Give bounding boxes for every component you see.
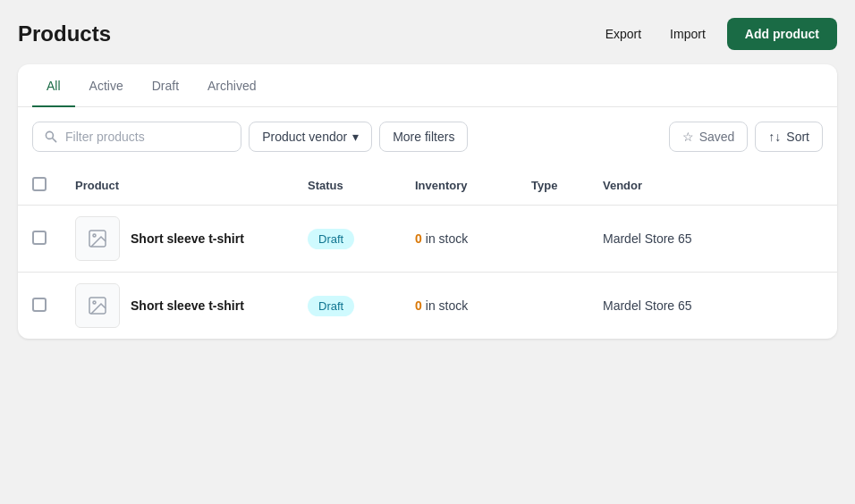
inventory-count: 0 [415,298,422,313]
toolbar: Product vendor ▾ More filters ☆ Saved ↑↓… [18,107,837,166]
vendor-name: Mardel Store 65 [603,298,692,313]
table-body: Short sleeve t-shirt Draft 0 in stock Ma… [18,206,837,340]
image-placeholder-icon [87,295,108,316]
import-button[interactable]: Import [663,23,713,45]
products-table-container: Product Status Inventory Type Vendor [18,166,837,339]
products-table: Product Status Inventory Type Vendor [18,166,837,339]
page-title: Products [18,21,111,46]
inventory-cell: 0 in stock [415,298,503,313]
svg-point-1 [93,234,96,237]
tab-draft[interactable]: Draft [138,64,193,107]
row-checkbox-cell [18,273,61,340]
search-icon [44,130,58,144]
more-filters-button[interactable]: More filters [379,122,468,152]
products-card: All Active Draft Archived Product vendor… [18,64,837,339]
col-header-status: Status [293,166,401,206]
sort-button[interactable]: ↑↓ Sort [755,122,823,152]
sort-arrows-icon: ↑↓ [768,130,781,144]
header-actions: Export Import Add product [598,18,837,50]
inventory-suffix: in stock [426,231,468,246]
inventory-cell: 0 in stock [415,231,503,246]
table-header-row: Product Status Inventory Type Vendor [18,166,837,206]
row-checkbox-cell [18,206,61,273]
saved-label: Saved [699,130,735,144]
star-icon: ☆ [682,130,694,144]
search-input[interactable] [65,130,230,144]
row-checkbox-1[interactable] [32,298,47,312]
add-product-button[interactable]: Add product [727,18,837,50]
row-vendor-cell: Mardel Store 65 [588,273,837,340]
page-container: Products Export Import Add product All A… [18,18,837,339]
status-badge: Draft [308,296,354,316]
vendor-name: Mardel Store 65 [603,231,692,246]
product-name: Short sleeve t-shirt [131,298,244,313]
product-cell: Short sleeve t-shirt [75,216,279,261]
product-name: Short sleeve t-shirt [131,231,244,246]
row-product-cell: Short sleeve t-shirt [61,273,293,340]
col-header-checkbox [18,166,61,206]
tab-active[interactable]: Active [75,64,138,107]
col-header-inventory: Inventory [401,166,517,206]
table-header: Product Status Inventory Type Vendor [18,166,837,206]
image-placeholder-icon [87,228,108,249]
tabs-bar: All Active Draft Archived [18,64,837,107]
col-header-vendor: Vendor [588,166,837,206]
product-image [75,216,120,261]
table-row: Short sleeve t-shirt Draft 0 in stock Ma… [18,206,837,273]
row-status-cell: Draft [293,206,401,273]
chevron-down-icon: ▾ [352,130,359,144]
row-checkbox-0[interactable] [32,231,47,245]
row-product-cell: Short sleeve t-shirt [61,206,293,273]
row-type-cell [517,273,588,340]
saved-button[interactable]: ☆ Saved [669,122,749,152]
row-inventory-cell: 0 in stock [401,206,517,273]
status-badge: Draft [308,229,354,249]
row-type-cell [517,206,588,273]
tab-all[interactable]: All [32,64,75,107]
svg-point-3 [93,301,96,304]
product-image [75,283,120,328]
col-header-type: Type [517,166,588,206]
search-wrapper [32,122,241,152]
inventory-suffix: in stock [426,298,468,313]
col-header-product: Product [61,166,293,206]
page-header: Products Export Import Add product [18,18,837,50]
row-status-cell: Draft [293,273,401,340]
product-cell: Short sleeve t-shirt [75,283,279,328]
tab-archived[interactable]: Archived [193,64,270,107]
export-button[interactable]: Export [598,23,648,45]
product-vendor-filter-button[interactable]: Product vendor ▾ [249,122,372,152]
inventory-count: 0 [415,231,422,246]
table-row: Short sleeve t-shirt Draft 0 in stock Ma… [18,273,837,340]
sort-label: Sort [786,130,809,144]
row-inventory-cell: 0 in stock [401,273,517,340]
row-vendor-cell: Mardel Store 65 [588,206,837,273]
product-vendor-label: Product vendor [262,130,347,144]
select-all-checkbox[interactable] [32,177,47,191]
